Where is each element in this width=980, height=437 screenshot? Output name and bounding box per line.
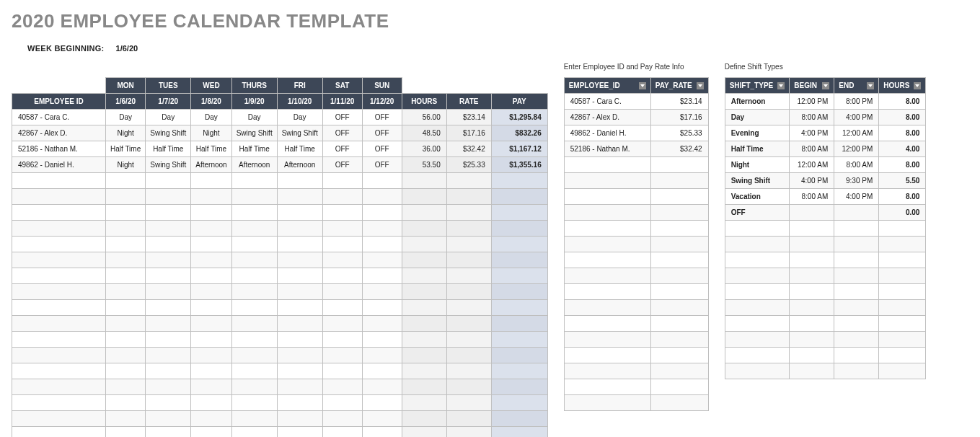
cell[interactable]: [277, 395, 322, 411]
cell[interactable]: [790, 332, 834, 348]
cell[interactable]: [12, 252, 106, 268]
cell[interactable]: [650, 395, 708, 411]
cell[interactable]: Afternoon: [191, 157, 231, 173]
cell[interactable]: [650, 284, 708, 300]
cell[interactable]: $23.14: [650, 94, 708, 110]
cell[interactable]: Day: [191, 110, 231, 125]
cell[interactable]: [446, 252, 491, 268]
cell[interactable]: [322, 221, 362, 237]
cell[interactable]: [12, 395, 106, 411]
cell[interactable]: 4.00: [879, 141, 926, 157]
cell[interactable]: [231, 268, 277, 284]
cell[interactable]: [790, 237, 834, 252]
cell[interactable]: $23.14: [446, 110, 491, 125]
cell[interactable]: 40587 - Cara C.: [12, 110, 106, 125]
cell[interactable]: [790, 284, 834, 300]
cell[interactable]: $832.26: [491, 125, 547, 141]
cell[interactable]: [362, 379, 402, 395]
cell[interactable]: 42867 - Alex D.: [12, 125, 106, 141]
cell[interactable]: Half Time: [277, 141, 322, 157]
cell[interactable]: [362, 284, 402, 300]
cell[interactable]: [231, 300, 277, 316]
cell[interactable]: [106, 332, 146, 348]
cell[interactable]: [650, 205, 708, 221]
cell[interactable]: [834, 205, 879, 221]
cell[interactable]: [446, 221, 491, 237]
cell[interactable]: [725, 316, 790, 332]
cell[interactable]: Day: [146, 110, 191, 125]
cell[interactable]: Night: [106, 125, 146, 141]
cell[interactable]: [564, 395, 650, 411]
cell[interactable]: [564, 348, 650, 363]
cell[interactable]: 4:00 PM: [790, 173, 834, 189]
cell[interactable]: $1,295.84: [491, 110, 547, 125]
cell[interactable]: OFF: [725, 205, 790, 221]
cell[interactable]: 0.00: [879, 205, 926, 221]
cell[interactable]: [12, 284, 106, 300]
cell[interactable]: [322, 268, 362, 284]
filter-icon[interactable]: [777, 82, 785, 89]
cell[interactable]: [834, 316, 879, 332]
cell[interactable]: [446, 173, 491, 189]
cell[interactable]: [650, 316, 708, 332]
cell[interactable]: [106, 363, 146, 379]
cell[interactable]: [446, 379, 491, 395]
cell[interactable]: [446, 189, 491, 205]
cell[interactable]: [564, 157, 650, 173]
cell[interactable]: [322, 379, 362, 395]
cell[interactable]: [446, 268, 491, 284]
cell[interactable]: [146, 348, 191, 363]
cell[interactable]: Swing Shift: [146, 125, 191, 141]
cell[interactable]: [277, 332, 322, 348]
cell[interactable]: [191, 379, 231, 395]
cell[interactable]: Half Time: [231, 141, 277, 157]
cell[interactable]: [277, 427, 322, 438]
cell[interactable]: [277, 284, 322, 300]
filter-icon[interactable]: [867, 82, 874, 89]
cell[interactable]: [231, 332, 277, 348]
cell[interactable]: Swing Shift: [725, 173, 790, 189]
cell[interactable]: 9:30 PM: [834, 173, 879, 189]
cell[interactable]: [146, 173, 191, 189]
cell[interactable]: [491, 395, 547, 411]
cell[interactable]: [191, 316, 231, 332]
cell[interactable]: [231, 205, 277, 221]
cell[interactable]: 12:00 AM: [834, 125, 879, 141]
cell[interactable]: [362, 300, 402, 316]
cell[interactable]: [650, 363, 708, 379]
cell[interactable]: 52186 - Nathan M.: [12, 141, 106, 157]
cell[interactable]: [491, 348, 547, 363]
cell[interactable]: 8:00 AM: [790, 110, 834, 125]
cell[interactable]: [231, 363, 277, 379]
cell[interactable]: [322, 284, 362, 300]
cell[interactable]: [402, 379, 446, 395]
cell[interactable]: [879, 268, 926, 284]
cell[interactable]: [834, 363, 879, 379]
cell[interactable]: [879, 237, 926, 252]
cell[interactable]: [12, 348, 106, 363]
cell[interactable]: [564, 189, 650, 205]
cell[interactable]: [834, 237, 879, 252]
cell[interactable]: [106, 221, 146, 237]
cell[interactable]: [322, 252, 362, 268]
cell[interactable]: [790, 300, 834, 316]
cell[interactable]: 12:00 PM: [790, 94, 834, 110]
col-header-end[interactable]: END: [834, 78, 879, 94]
cell[interactable]: [402, 316, 446, 332]
cell[interactable]: Half Time: [725, 141, 790, 157]
cell[interactable]: $17.16: [650, 110, 708, 125]
cell[interactable]: [231, 395, 277, 411]
cell[interactable]: [191, 189, 231, 205]
cell[interactable]: Day: [106, 110, 146, 125]
col-header-pay-rate[interactable]: PAY_RATE: [650, 78, 708, 94]
filter-icon[interactable]: [639, 82, 646, 89]
cell[interactable]: [402, 363, 446, 379]
cell[interactable]: OFF: [362, 110, 402, 125]
cell[interactable]: [12, 427, 106, 438]
filter-icon[interactable]: [914, 82, 921, 89]
cell[interactable]: [12, 411, 106, 427]
cell[interactable]: [650, 348, 708, 363]
cell[interactable]: [402, 284, 446, 300]
cell[interactable]: 42867 - Alex D.: [564, 110, 650, 125]
cell[interactable]: [564, 237, 650, 252]
